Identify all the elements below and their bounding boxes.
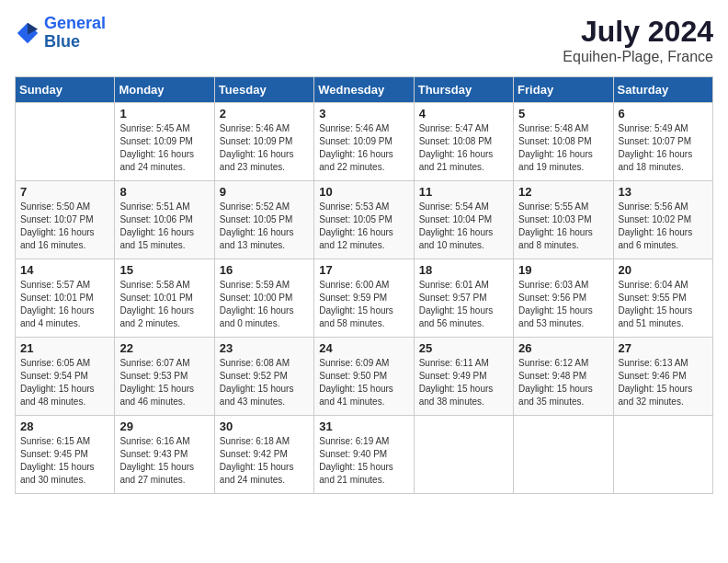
calendar-cell: 19Sunrise: 6:03 AMSunset: 9:56 PMDayligh… xyxy=(514,259,613,338)
calendar-cell: 18Sunrise: 6:01 AMSunset: 9:57 PMDayligh… xyxy=(414,259,513,338)
calendar-cell: 26Sunrise: 6:12 AMSunset: 9:48 PMDayligh… xyxy=(514,338,613,416)
weekday-header-row: SundayMondayTuesdayWednesdayThursdayFrid… xyxy=(16,77,713,103)
calendar-cell: 8Sunrise: 5:51 AMSunset: 10:06 PMDayligh… xyxy=(115,181,214,259)
day-number: 23 xyxy=(220,341,309,355)
day-number: 3 xyxy=(319,107,408,121)
day-number: 28 xyxy=(20,419,109,433)
day-info: Sunrise: 6:08 AMSunset: 9:52 PMDaylight:… xyxy=(220,357,309,408)
day-number: 16 xyxy=(220,263,309,277)
weekday-header-thursday: Thursday xyxy=(414,77,513,103)
calendar-cell: 6Sunrise: 5:49 AMSunset: 10:07 PMDayligh… xyxy=(613,103,712,181)
day-number: 25 xyxy=(419,341,508,355)
day-number: 7 xyxy=(20,185,109,199)
day-number: 18 xyxy=(419,263,508,277)
day-number: 19 xyxy=(518,263,608,277)
calendar-cell: 15Sunrise: 5:58 AMSunset: 10:01 PMDaylig… xyxy=(115,259,214,338)
day-number: 31 xyxy=(319,419,408,433)
day-number: 8 xyxy=(119,185,209,199)
calendar-cell: 1Sunrise: 5:45 AMSunset: 10:09 PMDayligh… xyxy=(115,103,214,181)
calendar-cell: 17Sunrise: 6:00 AMSunset: 9:59 PMDayligh… xyxy=(314,259,414,338)
calendar-week-3: 14Sunrise: 5:57 AMSunset: 10:01 PMDaylig… xyxy=(16,259,713,338)
calendar-cell: 31Sunrise: 6:19 AMSunset: 9:40 PMDayligh… xyxy=(314,416,414,494)
day-info: Sunrise: 5:51 AMSunset: 10:06 PMDaylight… xyxy=(119,201,209,252)
calendar-cell: 25Sunrise: 6:11 AMSunset: 9:49 PMDayligh… xyxy=(414,338,513,416)
day-info: Sunrise: 5:56 AMSunset: 10:02 PMDaylight… xyxy=(619,201,708,252)
calendar-cell xyxy=(613,416,712,494)
day-info: Sunrise: 5:49 AMSunset: 10:07 PMDaylight… xyxy=(619,122,708,174)
calendar-cell: 4Sunrise: 5:47 AMSunset: 10:08 PMDayligh… xyxy=(414,103,513,181)
calendar-cell: 7Sunrise: 5:50 AMSunset: 10:07 PMDayligh… xyxy=(16,181,115,259)
day-info: Sunrise: 6:19 AMSunset: 9:40 PMDaylight:… xyxy=(319,435,408,487)
calendar-cell: 22Sunrise: 6:07 AMSunset: 9:53 PMDayligh… xyxy=(115,338,214,416)
calendar-cell: 3Sunrise: 5:46 AMSunset: 10:09 PMDayligh… xyxy=(314,103,414,181)
day-number: 22 xyxy=(119,341,209,355)
title-area: July 2024 Equihen-Plage, France xyxy=(563,15,713,65)
day-number: 26 xyxy=(518,341,608,355)
day-number: 2 xyxy=(220,107,309,121)
day-number: 20 xyxy=(619,263,708,277)
day-info: Sunrise: 5:48 AMSunset: 10:08 PMDaylight… xyxy=(518,122,608,174)
day-info: Sunrise: 5:46 AMSunset: 10:09 PMDaylight… xyxy=(220,122,309,174)
calendar-cell: 13Sunrise: 5:56 AMSunset: 10:02 PMDaylig… xyxy=(613,181,712,259)
day-number: 29 xyxy=(119,419,209,433)
calendar-cell: 23Sunrise: 6:08 AMSunset: 9:52 PMDayligh… xyxy=(214,338,313,416)
day-info: Sunrise: 5:55 AMSunset: 10:03 PMDaylight… xyxy=(518,201,608,252)
day-info: Sunrise: 6:07 AMSunset: 9:53 PMDaylight:… xyxy=(119,357,209,408)
day-number: 30 xyxy=(220,419,309,433)
weekday-header-saturday: Saturday xyxy=(613,77,712,103)
day-number: 11 xyxy=(419,185,508,199)
day-number: 10 xyxy=(319,185,408,199)
day-info: Sunrise: 6:00 AMSunset: 9:59 PMDaylight:… xyxy=(319,279,408,330)
calendar-cell xyxy=(514,416,613,494)
weekday-header-friday: Friday xyxy=(514,77,613,103)
day-info: Sunrise: 5:59 AMSunset: 10:00 PMDaylight… xyxy=(220,279,309,330)
day-number: 13 xyxy=(619,185,708,199)
day-number: 24 xyxy=(319,341,408,355)
day-info: Sunrise: 6:11 AMSunset: 9:49 PMDaylight:… xyxy=(419,357,508,408)
day-number: 4 xyxy=(419,107,508,121)
day-info: Sunrise: 6:04 AMSunset: 9:55 PMDaylight:… xyxy=(619,279,708,330)
calendar-cell: 9Sunrise: 5:52 AMSunset: 10:05 PMDayligh… xyxy=(214,181,313,259)
day-info: Sunrise: 5:53 AMSunset: 10:05 PMDaylight… xyxy=(319,201,408,252)
calendar-cell: 21Sunrise: 6:05 AMSunset: 9:54 PMDayligh… xyxy=(16,338,115,416)
day-info: Sunrise: 5:54 AMSunset: 10:04 PMDaylight… xyxy=(419,201,508,252)
day-info: Sunrise: 5:50 AMSunset: 10:07 PMDaylight… xyxy=(20,201,109,252)
day-info: Sunrise: 5:52 AMSunset: 10:05 PMDaylight… xyxy=(220,201,309,252)
weekday-header-tuesday: Tuesday xyxy=(214,77,313,103)
day-number: 27 xyxy=(619,341,708,355)
calendar-cell: 5Sunrise: 5:48 AMSunset: 10:08 PMDayligh… xyxy=(514,103,613,181)
weekday-header-monday: Monday xyxy=(115,77,214,103)
calendar-table: SundayMondayTuesdayWednesdayThursdayFrid… xyxy=(15,76,713,494)
calendar-cell xyxy=(16,103,115,181)
calendar-cell: 2Sunrise: 5:46 AMSunset: 10:09 PMDayligh… xyxy=(214,103,313,181)
day-info: Sunrise: 6:03 AMSunset: 9:56 PMDaylight:… xyxy=(518,279,608,330)
day-info: Sunrise: 6:16 AMSunset: 9:43 PMDaylight:… xyxy=(119,435,209,487)
calendar-cell: 12Sunrise: 5:55 AMSunset: 10:03 PMDaylig… xyxy=(514,181,613,259)
day-number: 1 xyxy=(119,107,209,121)
weekday-header-sunday: Sunday xyxy=(16,77,115,103)
calendar-cell: 27Sunrise: 6:13 AMSunset: 9:46 PMDayligh… xyxy=(613,338,712,416)
calendar-cell: 16Sunrise: 5:59 AMSunset: 10:00 PMDaylig… xyxy=(214,259,313,338)
day-info: Sunrise: 6:09 AMSunset: 9:50 PMDaylight:… xyxy=(319,357,408,408)
calendar-week-2: 7Sunrise: 5:50 AMSunset: 10:07 PMDayligh… xyxy=(16,181,713,259)
day-info: Sunrise: 6:12 AMSunset: 9:48 PMDaylight:… xyxy=(518,357,608,408)
day-number: 21 xyxy=(20,341,109,355)
day-info: Sunrise: 6:15 AMSunset: 9:45 PMDaylight:… xyxy=(20,435,109,487)
calendar-week-5: 28Sunrise: 6:15 AMSunset: 9:45 PMDayligh… xyxy=(16,416,713,494)
calendar-cell: 10Sunrise: 5:53 AMSunset: 10:05 PMDaylig… xyxy=(314,181,414,259)
calendar-cell: 24Sunrise: 6:09 AMSunset: 9:50 PMDayligh… xyxy=(314,338,414,416)
calendar-cell: 14Sunrise: 5:57 AMSunset: 10:01 PMDaylig… xyxy=(16,259,115,338)
day-info: Sunrise: 6:01 AMSunset: 9:57 PMDaylight:… xyxy=(419,279,508,330)
day-number: 15 xyxy=(119,263,209,277)
day-info: Sunrise: 5:47 AMSunset: 10:08 PMDaylight… xyxy=(419,122,508,174)
day-info: Sunrise: 5:58 AMSunset: 10:01 PMDaylight… xyxy=(119,279,209,330)
month-year: July 2024 xyxy=(563,15,713,49)
logo: General Blue xyxy=(15,15,106,52)
day-info: Sunrise: 6:05 AMSunset: 9:54 PMDaylight:… xyxy=(20,357,109,408)
calendar-cell: 30Sunrise: 6:18 AMSunset: 9:42 PMDayligh… xyxy=(214,416,313,494)
day-number: 14 xyxy=(20,263,109,277)
weekday-header-wednesday: Wednesday xyxy=(314,77,414,103)
location: Equihen-Plage, France xyxy=(563,49,713,65)
calendar-cell xyxy=(414,416,513,494)
day-number: 17 xyxy=(319,263,408,277)
